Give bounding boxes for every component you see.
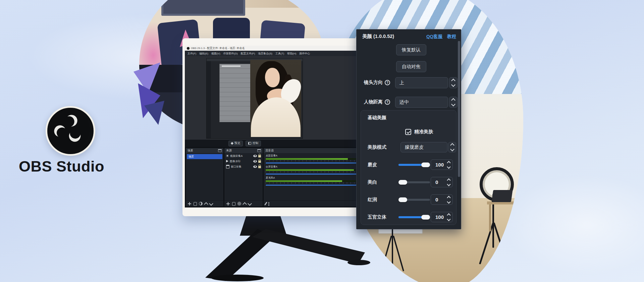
menu-file[interactable]: 文件(F) [187, 52, 196, 55]
mixer-channel: 桌面音量A 0.0 dB [264, 153, 366, 164]
chevron-up-icon[interactable] [451, 98, 455, 102]
menu-docks[interactable]: 停靠部件(D) [223, 52, 238, 55]
scene-filter-icon[interactable] [199, 202, 203, 205]
chevron-down-icon[interactable] [451, 102, 455, 106]
slider-handle[interactable] [421, 162, 430, 167]
menu-scene-collection[interactable]: 场景集合(S) [258, 52, 272, 55]
visibility-eye-icon[interactable] [253, 155, 257, 157]
basic-beauty-title: 基础美颜 [368, 115, 386, 121]
chevron-down-icon[interactable] [447, 182, 450, 186]
lens-direction-value: 上 [399, 80, 404, 86]
slider-handle[interactable] [421, 215, 430, 220]
whitening-value[interactable]: 0 [431, 177, 453, 187]
chevron-up-icon[interactable] [451, 79, 455, 83]
face-3d-value[interactable]: 100 [431, 212, 453, 222]
move-source-down-icon[interactable] [248, 201, 252, 206]
face-3d-slider[interactable] [398, 216, 430, 218]
add-scene-icon[interactable] [187, 202, 192, 206]
precise-skin-checkbox[interactable]: 精准美肤 [405, 129, 433, 135]
chevron-up-icon[interactable] [447, 196, 450, 199]
portrait-photo [250, 60, 301, 137]
add-source-icon[interactable] [226, 202, 230, 206]
more-options-icon[interactable] [268, 202, 269, 203]
visibility-eye-icon[interactable] [253, 160, 257, 162]
chevron-down-icon[interactable] [447, 200, 450, 203]
lock-icon[interactable] [258, 155, 261, 157]
obs-logo-icon [187, 47, 190, 50]
visibility-eye-icon[interactable] [253, 166, 257, 168]
skin-mode-select[interactable]: 朦胧磨皮 [400, 142, 447, 152]
obs-preview-area [185, 56, 367, 140]
move-scene-up-icon[interactable] [204, 202, 208, 206]
obs-logo [46, 106, 95, 156]
preview-tab-row: 预览 控制 [185, 140, 367, 147]
lens-direction-select[interactable]: 上 [395, 77, 448, 88]
rosy-value[interactable]: 0 [431, 194, 453, 205]
chevron-down-icon[interactable] [451, 83, 455, 87]
chevron-down-icon[interactable] [450, 147, 454, 151]
captured-window-toolbar [207, 61, 211, 138]
dock-collapse-icon[interactable] [218, 149, 222, 152]
whitening-slider[interactable] [398, 181, 430, 183]
meter-ticks [266, 182, 364, 184]
tab-control[interactable]: 控制 [246, 141, 261, 146]
rosy-slider[interactable] [398, 199, 430, 201]
person-distance-label: 人物距离 ? [364, 99, 390, 105]
mixer-config-icon[interactable] [264, 202, 267, 205]
source-row[interactable]: 视频采集A [224, 153, 263, 158]
menu-tools[interactable]: 工具(T) [275, 52, 284, 55]
chevron-down-icon[interactable] [447, 217, 450, 221]
menu-profile[interactable]: 配置文件(P) [241, 52, 255, 55]
background-streak [503, 175, 644, 275]
channel-name: 桌面音量A [266, 154, 277, 157]
move-source-up-icon[interactable] [243, 202, 247, 206]
scene-item-selected[interactable]: 场景 [187, 154, 222, 159]
tab-preview-label: 预览 [234, 141, 240, 145]
source-name: 视频采集A [230, 154, 252, 158]
chevron-up-icon[interactable] [447, 161, 450, 164]
checkbox-checked-icon[interactable] [405, 129, 411, 135]
remove-source-icon[interactable] [232, 202, 235, 206]
slider-handle[interactable] [398, 180, 407, 185]
menu-plugin-center[interactable]: 插件中心 [299, 52, 310, 55]
volume-slider[interactable] [266, 174, 364, 175]
help-icon[interactable]: ? [385, 80, 390, 85]
lock-icon[interactable] [258, 160, 261, 163]
tutorial-link[interactable]: 教程 [447, 34, 456, 40]
restore-default-button[interactable]: 恢复默认 [396, 44, 426, 55]
obs-docks: 场景 场景 来源 [185, 147, 367, 207]
dock-collapse-icon[interactable] [257, 149, 261, 152]
lens-direction-stepper[interactable] [449, 77, 458, 88]
panel-scrollbar[interactable] [458, 41, 460, 177]
source-row[interactable]: 图像水印 [224, 158, 263, 164]
help-icon[interactable]: ? [385, 99, 390, 105]
chevron-down-icon[interactable] [447, 165, 450, 169]
person-distance-stepper[interactable] [449, 97, 458, 108]
source-properties-icon[interactable] [237, 202, 241, 205]
source-row[interactable]: 窗口采集 [224, 164, 263, 169]
volume-slider[interactable] [266, 162, 364, 163]
person-distance-select[interactable]: 适中 [395, 97, 448, 108]
chevron-up-icon[interactable] [447, 213, 450, 217]
menu-view[interactable]: 视图(V) [211, 52, 220, 55]
sources-dock-header: 来源 [224, 148, 263, 153]
decor-window [161, 0, 245, 16]
skin-mode-stepper[interactable] [448, 142, 456, 152]
move-scene-down-icon[interactable] [209, 201, 213, 206]
volume-meter [266, 169, 364, 171]
menu-help[interactable]: 帮助(H) [287, 52, 296, 55]
volume-slider[interactable] [266, 185, 364, 186]
obs-window: OBS 29.1.3 - 配置文件: 未命名 - 场景: 未命名 文件(F) 编… [185, 46, 367, 207]
mixer-dock-header: 混音器 [264, 148, 366, 153]
smooth-skin-slider[interactable] [398, 164, 430, 166]
qq-support-link[interactable]: QQ客服 [426, 34, 442, 40]
lock-icon[interactable] [258, 166, 261, 168]
autofocus-button[interactable]: 自动对焦 [396, 61, 426, 72]
decor-desk-leg [489, 204, 491, 231]
remove-scene-icon[interactable] [194, 202, 197, 206]
chevron-up-icon[interactable] [447, 178, 450, 182]
menu-edit[interactable]: 编辑(E) [199, 52, 208, 55]
smooth-skin-value[interactable]: 100 [431, 159, 453, 170]
slider-handle[interactable] [398, 197, 407, 202]
tab-preview[interactable]: 预览 [228, 141, 243, 146]
